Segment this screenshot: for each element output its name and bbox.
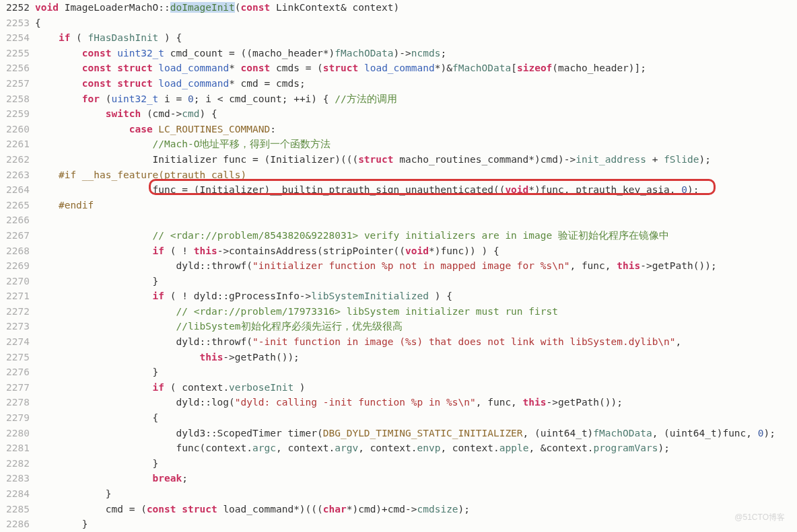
code-line[interactable]: } [35, 365, 797, 380]
code-token: ; [182, 473, 188, 484]
code-token: ( ! [164, 245, 194, 256]
code-token: *)cmd)+cmd-> [347, 504, 417, 515]
code-token: this [523, 397, 547, 408]
code-token: void [505, 184, 528, 195]
code-line[interactable]: cmd = (const struct load_command*)(((cha… [35, 502, 797, 517]
code-token: fMachOData [335, 48, 393, 59]
code-line[interactable]: // <rdar://problem/17973316> libSystem i… [35, 304, 797, 319]
code-line[interactable]: switch (cmd->cmd) { [35, 106, 797, 122]
code-token: [ [511, 63, 517, 73]
code-token: , (uint64_t) [523, 428, 594, 439]
code-line[interactable]: } [35, 486, 797, 502]
code-token [35, 352, 199, 363]
line-number: 2255 [0, 46, 30, 61]
code-token: this [199, 352, 223, 363]
line-number: 2283 [0, 471, 30, 486]
code-token: , context. [358, 443, 417, 453]
code-token: + [646, 154, 664, 165]
code-token: ( [100, 93, 111, 104]
code-token: "dyld: calling -init function %p in %s\n… [235, 397, 476, 408]
code-line[interactable]: dyld::throwf("initializer function %p no… [35, 258, 797, 274]
code-token: ); [764, 428, 775, 439]
code-token: verboseInit [229, 382, 293, 393]
code-line[interactable] [35, 213, 797, 228]
code-line[interactable]: //Mach-O地址平移，得到一个函数方法 [35, 137, 797, 152]
code-line[interactable]: if ( context.verboseInit ) [35, 380, 797, 395]
line-number: 2261 [0, 137, 30, 152]
code-line[interactable]: //libSystem初始化程序必须先运行，优先级很高 [35, 319, 797, 334]
code-line[interactable]: func = (Initializer)__builtin_ptrauth_si… [35, 182, 797, 198]
code-line[interactable]: { [35, 410, 797, 426]
code-token: load_command [158, 63, 229, 73]
line-number: 2285 [0, 502, 30, 517]
code-line[interactable]: void ImageLoaderMachO::doImageInit(const… [35, 0, 797, 15]
code-token: func = (Initializer)__builtin_ptrauth_si… [35, 184, 505, 195]
code-token: apple [499, 443, 529, 453]
line-number: 2286 [0, 517, 30, 532]
code-token [112, 63, 118, 73]
code-line[interactable]: const uint32_t cmd_count = ((macho_heade… [35, 46, 797, 61]
code-line[interactable]: if ( fHasDashInit ) { [35, 30, 797, 46]
code-line[interactable]: dyld::throwf("-init function in image (%… [35, 334, 797, 350]
code-line[interactable]: #endif [35, 198, 797, 213]
code-line[interactable]: } [35, 517, 797, 532]
code-token: ncmds [411, 48, 441, 59]
code-line[interactable]: dyld3::ScopedTimer timer(DBG_DYLD_TIMING… [35, 426, 797, 441]
code-token: ->getPath()); [547, 397, 623, 408]
code-line[interactable]: if ( ! this->containsAddress(stripPointe… [35, 243, 797, 259]
line-number: 2268 [0, 243, 30, 259]
code-line[interactable]: dyld::log("dyld: calling -init function … [35, 395, 797, 410]
line-number: 2257 [0, 76, 30, 91]
code-token: Initializer func = (Initializer)((( [35, 154, 358, 165]
code-token [35, 321, 176, 332]
code-line[interactable]: const struct load_command* cmd = cmds; [35, 76, 797, 91]
code-editor[interactable]: 2252225322542255225622572258225922602261… [0, 0, 797, 532]
code-token [358, 63, 364, 73]
line-number: 2265 [0, 198, 30, 213]
code-token [112, 48, 118, 59]
code-line[interactable]: for (uint32_t i = 0; i < cmd_count; ++i)… [35, 91, 797, 107]
code-token: cmd = ( [35, 504, 147, 515]
code-token: DBG_DYLD_TIMING_STATIC_INITIALIZER [323, 428, 523, 439]
code-line[interactable]: this->getPath()); [35, 350, 797, 365]
code-token: for [82, 93, 100, 104]
code-line[interactable]: { [35, 15, 797, 31]
code-line[interactable]: case LC_ROUTINES_COMMAND: [35, 122, 797, 137]
code-token: *)func)) ) { [429, 245, 499, 256]
code-token [35, 200, 59, 211]
code-token: } [35, 488, 112, 499]
code-line[interactable]: func(context.argc, context.argv, context… [35, 441, 797, 456]
code-token: ( ! dyld::gProcessInfo-> [164, 291, 311, 301]
code-token [35, 139, 153, 149]
code-token: 0 [758, 428, 764, 439]
code-token: ); [687, 184, 699, 195]
code-token [35, 245, 153, 256]
code-token [35, 108, 106, 119]
code-line[interactable]: break; [35, 471, 797, 486]
code-token [35, 230, 153, 241]
code-token: } [35, 458, 158, 469]
code-line[interactable]: #if __has_feature(ptrauth_calls) [35, 167, 797, 183]
code-token: uint32_t [112, 93, 159, 104]
code-token: libSystemInitialized [311, 291, 429, 301]
code-token [35, 124, 129, 135]
code-line[interactable]: } [35, 274, 797, 289]
code-line[interactable]: const struct load_command* const cmds = … [35, 61, 797, 76]
code-line[interactable]: } [35, 456, 797, 471]
code-token: ( context. [164, 382, 229, 393]
code-line[interactable]: // <rdar://problem/8543820&9228031> veri… [35, 228, 797, 243]
code-token: argc [252, 443, 276, 453]
code-token [35, 93, 82, 104]
code-token: } [35, 276, 158, 287]
code-token: this [617, 260, 640, 271]
code-line[interactable]: if ( ! dyld::gProcessInfo->libSystemInit… [35, 289, 797, 304]
code-token: { [35, 412, 158, 423]
code-token: LC_ROUTINES_COMMAND [158, 124, 270, 135]
code-pane[interactable]: void ImageLoaderMachO::doImageInit(const… [35, 0, 797, 532]
code-token: LinkContext& context) [270, 2, 399, 13]
code-token: , [676, 336, 682, 347]
code-token: } [35, 519, 88, 529]
code-token: "-init function in image (%s) that does … [252, 336, 676, 347]
code-token: fSlide [664, 154, 699, 165]
code-line[interactable]: Initializer func = (Initializer)(((struc… [35, 152, 797, 167]
